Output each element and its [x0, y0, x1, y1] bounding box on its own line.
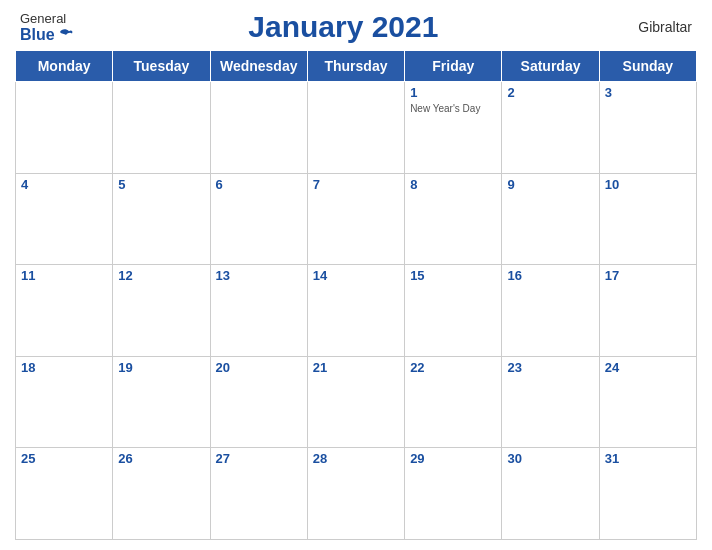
calendar-day-11: 11	[16, 265, 113, 357]
day-number: 8	[410, 177, 496, 193]
weekday-header-saturday: Saturday	[502, 51, 599, 82]
calendar-day-10: 10	[599, 173, 696, 265]
country-label: Gibraltar	[612, 19, 692, 35]
calendar-day-13: 13	[210, 265, 307, 357]
weekday-header-friday: Friday	[405, 51, 502, 82]
day-number: 24	[605, 360, 691, 376]
calendar-day-12: 12	[113, 265, 210, 357]
weekday-header-sunday: Sunday	[599, 51, 696, 82]
weekday-header-thursday: Thursday	[307, 51, 404, 82]
calendar-table: MondayTuesdayWednesdayThursdayFridaySatu…	[15, 50, 697, 540]
calendar-day-4: 4	[16, 173, 113, 265]
calendar-day-29: 29	[405, 448, 502, 540]
day-number: 19	[118, 360, 204, 376]
day-number: 9	[507, 177, 593, 193]
calendar-header-row: MondayTuesdayWednesdayThursdayFridaySatu…	[16, 51, 697, 82]
calendar-day-7: 7	[307, 173, 404, 265]
calendar-day-15: 15	[405, 265, 502, 357]
calendar-day-22: 22	[405, 356, 502, 448]
holiday-label: New Year's Day	[410, 103, 496, 115]
calendar-day-28: 28	[307, 448, 404, 540]
day-number: 10	[605, 177, 691, 193]
logo: General Blue	[20, 11, 75, 44]
calendar-day-5: 5	[113, 173, 210, 265]
day-number: 26	[118, 451, 204, 467]
day-number: 6	[216, 177, 302, 193]
calendar-empty	[16, 82, 113, 174]
week-row-2: 45678910	[16, 173, 697, 265]
calendar-empty	[113, 82, 210, 174]
calendar-day-1: 1New Year's Day	[405, 82, 502, 174]
calendar-day-16: 16	[502, 265, 599, 357]
day-number: 18	[21, 360, 107, 376]
day-number: 5	[118, 177, 204, 193]
calendar-day-17: 17	[599, 265, 696, 357]
day-number: 31	[605, 451, 691, 467]
day-number: 23	[507, 360, 593, 376]
weekday-header-wednesday: Wednesday	[210, 51, 307, 82]
day-number: 25	[21, 451, 107, 467]
calendar-day-21: 21	[307, 356, 404, 448]
day-number: 20	[216, 360, 302, 376]
calendar-empty	[307, 82, 404, 174]
week-row-4: 18192021222324	[16, 356, 697, 448]
day-number: 16	[507, 268, 593, 284]
calendar-day-6: 6	[210, 173, 307, 265]
day-number: 22	[410, 360, 496, 376]
calendar-day-2: 2	[502, 82, 599, 174]
calendar-day-31: 31	[599, 448, 696, 540]
day-number: 17	[605, 268, 691, 284]
calendar-day-18: 18	[16, 356, 113, 448]
logo-blue-text: Blue	[20, 26, 75, 44]
day-number: 28	[313, 451, 399, 467]
day-number: 15	[410, 268, 496, 284]
day-number: 29	[410, 451, 496, 467]
day-number: 1	[410, 85, 496, 101]
week-row-3: 11121314151617	[16, 265, 697, 357]
weekday-header-monday: Monday	[16, 51, 113, 82]
calendar-header: General Blue January 2021 Gibraltar	[15, 10, 697, 44]
week-row-1: 1New Year's Day23	[16, 82, 697, 174]
calendar-day-30: 30	[502, 448, 599, 540]
calendar-body: 1New Year's Day2345678910111213141516171…	[16, 82, 697, 540]
week-row-5: 25262728293031	[16, 448, 697, 540]
day-number: 12	[118, 268, 204, 284]
calendar-day-14: 14	[307, 265, 404, 357]
calendar-day-8: 8	[405, 173, 502, 265]
calendar-day-20: 20	[210, 356, 307, 448]
day-number: 4	[21, 177, 107, 193]
calendar-title: January 2021	[75, 10, 612, 44]
weekday-header: MondayTuesdayWednesdayThursdayFridaySatu…	[16, 51, 697, 82]
day-number: 3	[605, 85, 691, 101]
day-number: 30	[507, 451, 593, 467]
day-number: 11	[21, 268, 107, 284]
logo-general-text: General	[20, 11, 66, 26]
weekday-header-tuesday: Tuesday	[113, 51, 210, 82]
calendar-day-19: 19	[113, 356, 210, 448]
calendar-day-25: 25	[16, 448, 113, 540]
day-number: 21	[313, 360, 399, 376]
calendar-day-26: 26	[113, 448, 210, 540]
calendar-day-27: 27	[210, 448, 307, 540]
day-number: 27	[216, 451, 302, 467]
logo-bird-icon	[57, 26, 75, 44]
calendar-day-9: 9	[502, 173, 599, 265]
calendar-empty	[210, 82, 307, 174]
day-number: 2	[507, 85, 593, 101]
calendar-day-3: 3	[599, 82, 696, 174]
calendar-day-23: 23	[502, 356, 599, 448]
calendar-day-24: 24	[599, 356, 696, 448]
day-number: 13	[216, 268, 302, 284]
day-number: 7	[313, 177, 399, 193]
day-number: 14	[313, 268, 399, 284]
